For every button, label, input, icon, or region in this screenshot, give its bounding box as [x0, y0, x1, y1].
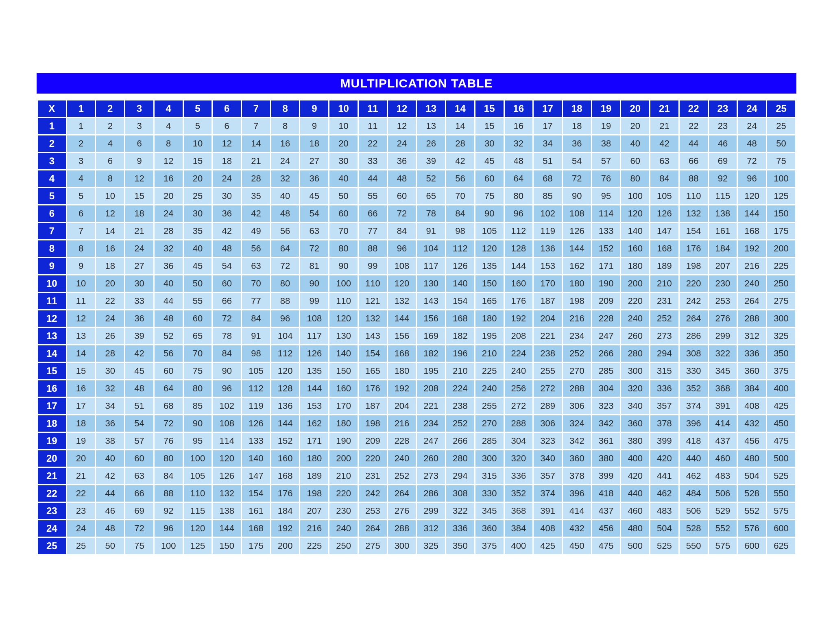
row-header: 20 — [38, 450, 66, 467]
table-cell: 16 — [505, 118, 533, 134]
table-cell: 270 — [475, 415, 504, 432]
table-cell: 210 — [329, 468, 358, 484]
table-cell: 140 — [242, 450, 270, 467]
table-cell: 315 — [475, 468, 504, 484]
table-cell: 110 — [680, 188, 708, 204]
table-cell: 299 — [417, 503, 445, 519]
table-cell: 9 — [125, 153, 153, 169]
table-cell: 10 — [96, 188, 124, 204]
table-cell: 32 — [271, 170, 299, 187]
table-cell: 23 — [67, 503, 95, 519]
row-header: 11 — [38, 293, 66, 309]
table-cell: 550 — [680, 538, 708, 554]
table-cell: 225 — [300, 538, 328, 554]
table-cell: 6 — [213, 118, 241, 134]
table-cell: 207 — [300, 503, 328, 519]
table-cell: 63 — [650, 153, 678, 169]
table-cell: 378 — [563, 468, 591, 484]
table-cell: 153 — [300, 398, 328, 414]
table-cell: 16 — [155, 170, 183, 187]
table-cell: 17 — [534, 118, 562, 134]
table-cell: 32 — [505, 135, 533, 152]
table-cell: 100 — [155, 538, 183, 554]
table-cell: 312 — [738, 328, 766, 344]
table-cell: 144 — [563, 240, 591, 257]
table-cell: 144 — [271, 415, 299, 432]
table-cell: 18 — [125, 205, 153, 222]
table-cell: 60 — [621, 153, 649, 169]
col-header: 24 — [738, 100, 766, 117]
table-cell: 76 — [155, 433, 183, 449]
table-cell: 95 — [592, 188, 620, 204]
row-header: 4 — [38, 170, 66, 187]
table-cell: 275 — [767, 293, 795, 309]
table-cell: 506 — [709, 485, 737, 502]
table-cell: 12 — [67, 310, 95, 327]
table-cell: 250 — [329, 538, 358, 554]
table-cell: 384 — [505, 520, 533, 537]
table-cell: 210 — [650, 275, 678, 292]
col-header: 1 — [67, 100, 95, 117]
table-cell: 46 — [709, 135, 737, 152]
table-cell: 221 — [417, 398, 445, 414]
table-cell: 153 — [534, 258, 562, 274]
table-cell: 52 — [417, 170, 445, 187]
table-cell: 260 — [417, 450, 445, 467]
table-cell: 51 — [534, 153, 562, 169]
table-cell: 440 — [680, 450, 708, 467]
table-cell: 294 — [650, 345, 678, 362]
table-cell: 45 — [475, 153, 504, 169]
table-cell: 288 — [505, 415, 533, 432]
table-cell: 90 — [300, 275, 328, 292]
table-cell: 69 — [709, 153, 737, 169]
table-cell: 322 — [446, 503, 474, 519]
table-cell: 195 — [475, 328, 504, 344]
table-cell: 72 — [213, 310, 241, 327]
table-cell: 380 — [592, 450, 620, 467]
table-cell: 105 — [475, 223, 504, 239]
table-cell: 20 — [96, 275, 124, 292]
table-cell: 184 — [271, 503, 299, 519]
table-cell: 288 — [738, 310, 766, 327]
table-cell: 230 — [709, 275, 737, 292]
table-cell: 170 — [329, 398, 358, 414]
table-cell: 42 — [125, 345, 153, 362]
table-cell: 120 — [213, 450, 241, 467]
table-cell: 3 — [67, 153, 95, 169]
table-cell: 115 — [709, 188, 737, 204]
table-cell: 18 — [67, 415, 95, 432]
table-cell: 170 — [534, 275, 562, 292]
table-cell: 24 — [155, 205, 183, 222]
col-header: 22 — [680, 100, 708, 117]
table-cell: 80 — [621, 170, 649, 187]
table-cell: 125 — [184, 538, 212, 554]
table-cell: 440 — [621, 485, 649, 502]
row-header: 19 — [38, 433, 66, 449]
table-cell: 95 — [184, 433, 212, 449]
table-cell: 126 — [446, 258, 474, 274]
table-cell: 247 — [417, 433, 445, 449]
table-cell: 190 — [329, 433, 358, 449]
table-cell: 300 — [621, 363, 649, 379]
table-cell: 456 — [738, 433, 766, 449]
table-cell: 230 — [329, 503, 358, 519]
table-cell: 198 — [300, 485, 328, 502]
table-cell: 50 — [184, 275, 212, 292]
table-cell: 40 — [155, 275, 183, 292]
table-cell: 552 — [738, 503, 766, 519]
table-cell: 135 — [475, 258, 504, 274]
table-cell: 399 — [592, 468, 620, 484]
table-cell: 66 — [213, 293, 241, 309]
table-cell: 187 — [359, 398, 387, 414]
table-cell: 144 — [388, 310, 416, 327]
table-cell: 98 — [446, 223, 474, 239]
table-cell: 25 — [184, 188, 212, 204]
col-header: 16 — [505, 100, 533, 117]
table-cell: 36 — [388, 153, 416, 169]
table-cell: 91 — [242, 328, 270, 344]
table-cell: 420 — [621, 468, 649, 484]
table-cell: 231 — [359, 468, 387, 484]
table-cell: 84 — [155, 468, 183, 484]
table-cell: 483 — [650, 503, 678, 519]
table-cell: 48 — [155, 310, 183, 327]
